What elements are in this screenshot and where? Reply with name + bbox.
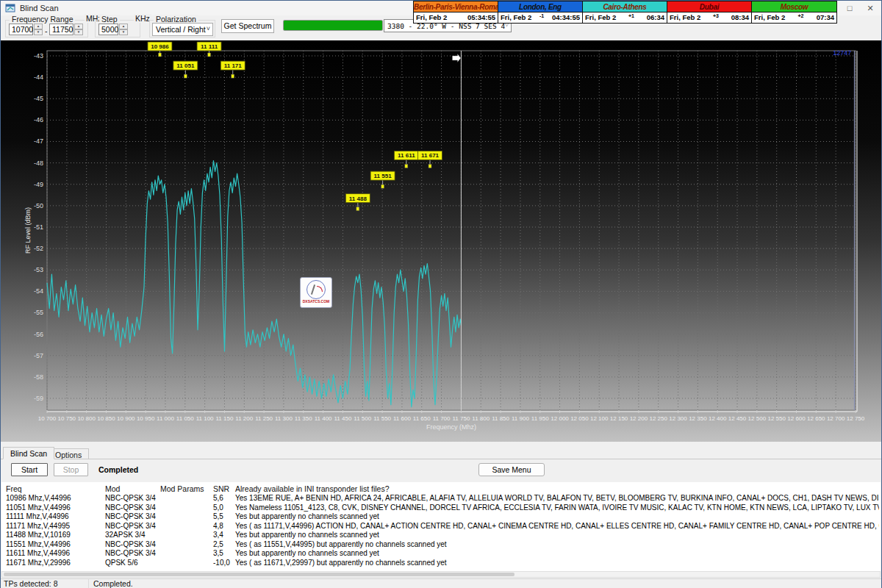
h-scrollbar[interactable] xyxy=(1,571,881,578)
step-stepper[interactable]: 5000 ▲ ▼ xyxy=(98,24,128,35)
table-body: 10986 Mhz,V,44996NBC-QPSK 3/45,6Yes 13EM… xyxy=(1,494,881,567)
progress-fill xyxy=(284,21,382,30)
spin-down-icon[interactable]: ▼ xyxy=(74,29,83,35)
table-row[interactable]: 11051 Mhz,V,44996NBC-QPSK 3/45,0Yes Name… xyxy=(1,503,881,513)
svg-text:11 300: 11 300 xyxy=(275,415,293,422)
svg-text:12 650: 12 650 xyxy=(807,415,825,422)
table-row[interactable]: 11488 Mhz,V,1016932APSK 3/43,4Yes but ap… xyxy=(1,531,881,540)
step-value[interactable]: 5000 xyxy=(98,24,118,35)
svg-text:11 171: 11 171 xyxy=(224,62,243,69)
clock-time: Fri, Feb 2-104:34:55 xyxy=(498,12,582,23)
col-freq: Freq xyxy=(6,484,103,493)
svg-text:11 250: 11 250 xyxy=(255,415,273,422)
svg-text:-58: -58 xyxy=(34,373,43,381)
tp-table[interactable]: Freq Mod Mod Params SNR Already availabl… xyxy=(1,482,881,571)
cell-c1: NBC-QPSK 3/4 xyxy=(105,494,159,503)
step-label: Step xyxy=(99,15,120,24)
blind-scan-window: Blind Scan □ ✕ Berlin-Paris-Vienna-RomaF… xyxy=(0,0,882,588)
cell-c3: 5,6 xyxy=(213,494,234,503)
tab-blind-scan[interactable]: Blind Scan xyxy=(3,447,54,459)
cell-c0: 11551 Mhz,V,44996 xyxy=(6,540,103,550)
freq-to-stepper[interactable]: 11750 ▲ ▼ xyxy=(49,24,83,35)
spin-up-icon[interactable]: ▲ xyxy=(34,24,43,29)
cell-c0: 11488 Mhz,V,10169 xyxy=(6,531,103,540)
cell-c3: 5,5 xyxy=(213,512,234,522)
svg-text:-51: -51 xyxy=(34,223,43,231)
svg-text:10 950: 10 950 xyxy=(137,415,155,422)
cell-c4: Yes but apparently no channels scanned y… xyxy=(235,512,879,522)
svg-text:-56: -56 xyxy=(34,331,43,338)
cell-c1: NBC-QPSK 3/4 xyxy=(105,522,159,531)
spin-down-icon[interactable]: ▼ xyxy=(119,29,128,35)
cell-c4: Yes but apparently no channels scanned y… xyxy=(235,531,879,540)
cell-c3: 3,4 xyxy=(213,531,234,540)
clock-city: Moscow xyxy=(752,1,836,12)
svg-text:10 986: 10 986 xyxy=(151,43,169,50)
freq-to-value[interactable]: 11750 xyxy=(49,24,74,35)
svg-text:11 950: 11 950 xyxy=(531,415,549,422)
maximize-button[interactable]: □ xyxy=(840,1,859,15)
clock-cell: London, EngFri, Feb 2-104:34:55 xyxy=(498,1,583,23)
cell-c3: 5,0 xyxy=(213,503,234,513)
svg-text:11 350: 11 350 xyxy=(295,415,312,422)
svg-text:-55: -55 xyxy=(34,309,43,316)
polarization-value: Vertical / Right xyxy=(156,25,206,34)
spin-up-icon[interactable]: ▲ xyxy=(119,24,128,29)
freq-from-value[interactable]: 10700 xyxy=(9,24,33,35)
status-message: Completed. xyxy=(93,579,133,588)
svg-text:12 600: 12 600 xyxy=(787,415,806,422)
svg-text:11 000: 11 000 xyxy=(157,415,174,422)
svg-text:12 700: 12 700 xyxy=(827,415,845,422)
clock-time: Fri, Feb 2+308:34 xyxy=(667,12,751,23)
start-button[interactable]: Start xyxy=(11,463,48,476)
table-row[interactable]: 11671 Mhz,V,29996QPSK 5/6-10,0Yes ( as 1… xyxy=(1,559,881,568)
save-menu-button[interactable]: Save Menu xyxy=(478,463,545,476)
dxsatcs-watermark: DXSATCS.COM xyxy=(300,277,332,308)
spin-down-icon[interactable]: ▼ xyxy=(34,29,43,35)
svg-text:12 000: 12 000 xyxy=(551,415,569,422)
svg-text:11 050: 11 050 xyxy=(176,415,194,422)
close-icon[interactable]: ✕ xyxy=(861,1,880,15)
cell-c1: NBC-QPSK 3/4 xyxy=(105,549,159,559)
table-row[interactable]: 11611 Mhz,V,44996NBC-QPSK 3/43,5Yes but … xyxy=(1,549,881,559)
world-clock-bar: Berlin-Paris-Vienna-RomaFri, Feb 205:34:… xyxy=(413,1,837,24)
table-row[interactable]: 11551 Mhz,V,44996NBC-QPSK 3/42,5Yes ( as… xyxy=(1,540,881,550)
svg-text:11 111: 11 111 xyxy=(201,43,218,50)
svg-text:10 900: 10 900 xyxy=(117,415,135,422)
bottom-tabstrip: Blind Scan Options xyxy=(1,446,881,459)
clock-city: London, Eng xyxy=(498,1,582,12)
svg-text:11 100: 11 100 xyxy=(196,415,214,422)
svg-text:11 488: 11 488 xyxy=(349,196,368,202)
cell-c0: 11171 Mhz,V,44995 xyxy=(6,522,103,531)
polarization-select[interactable]: Vertical / Right ˅ xyxy=(152,23,213,36)
spin-up-icon[interactable]: ▲ xyxy=(74,24,83,29)
col-mod-params: Mod Params xyxy=(160,484,211,493)
svg-text:12 300: 12 300 xyxy=(669,415,687,422)
clock-cell: Cairo-AthensFri, Feb 2+106:34 xyxy=(583,1,667,23)
cell-c3: 2,5 xyxy=(213,540,234,550)
cell-c4: Yes but apparently no channels scanned y… xyxy=(235,549,879,559)
svg-text:11 051: 11 051 xyxy=(176,62,195,69)
stop-button[interactable]: Stop xyxy=(54,463,88,476)
clock-cell: MoscowFri, Feb 2+207:34 xyxy=(752,1,836,23)
svg-text:11 400: 11 400 xyxy=(315,415,332,422)
cell-c1: 32APSK 3/4 xyxy=(105,531,159,540)
svg-text:11 450: 11 450 xyxy=(334,415,352,422)
get-spectrum-button[interactable]: Get Spectrum xyxy=(221,19,274,33)
table-row[interactable]: 10986 Mhz,V,44996NBC-QPSK 3/45,6Yes 13EM… xyxy=(1,494,881,503)
svg-text:-48: -48 xyxy=(34,159,43,167)
svg-text:-44: -44 xyxy=(34,74,43,81)
cell-c0: 11051 Mhz,V,44996 xyxy=(6,503,103,513)
scroll-thumb[interactable] xyxy=(4,573,514,576)
freq-from-stepper[interactable]: 10700 ▲ ▼ xyxy=(9,24,43,35)
svg-text:11 611: 11 611 xyxy=(398,152,415,159)
svg-text:12 050: 12 050 xyxy=(570,415,589,422)
cell-c1: QPSK 5/6 xyxy=(105,559,159,568)
spectrum-chart[interactable]: 10 70010 75010 80010 85010 90010 95011 0… xyxy=(1,40,881,442)
step-group: Step 5000 ▲ ▼ KHz xyxy=(95,20,140,37)
table-row[interactable]: 11171 Mhz,V,44995NBC-QPSK 3/44,8Yes ( as… xyxy=(1,522,881,531)
svg-text:10 750: 10 750 xyxy=(58,415,76,422)
cell-c1: NBC-QPSK 3/4 xyxy=(105,512,159,522)
table-row[interactable]: 11111 Mhz,V,44996NBC-QPSK 3/45,5Yes but … xyxy=(1,512,881,522)
svg-text:-53: -53 xyxy=(34,266,43,273)
